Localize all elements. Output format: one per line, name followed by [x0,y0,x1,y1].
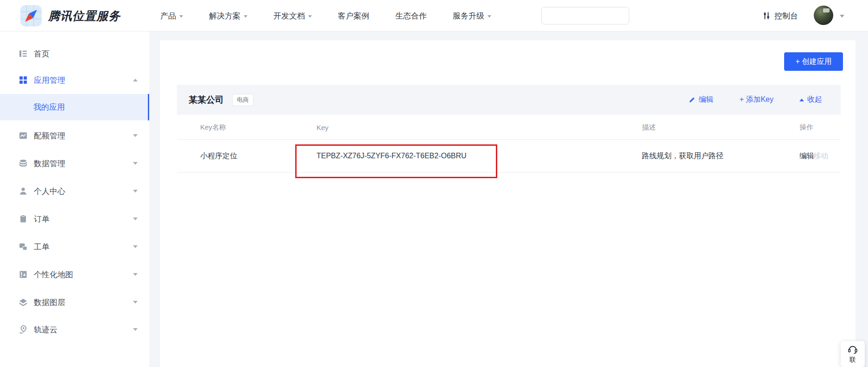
top-header: 腾讯位置服务 产品 解决方案 开发文档 客户案例 生态合作 服务升级 控 [0,0,868,31]
sidebar-item-label: 工单 [34,242,50,252]
home-list-icon [19,49,28,58]
clipboard-icon [19,214,28,224]
chat-icon [19,242,28,251]
row-edit-link[interactable]: 编辑 [799,151,814,161]
brand-name: 腾讯位置服务 [48,8,120,24]
key-name-cell: 小程序定位 [200,151,237,161]
database-icon [19,159,28,168]
sidebar-item-label: 数据图层 [34,297,65,308]
track-pin-icon [19,325,28,334]
sidebar-item-label: 配额管理 [34,131,65,141]
chevron-down-icon[interactable] [133,218,138,220]
search-input[interactable] [547,8,631,24]
chevron-down-icon[interactable] [133,328,138,331]
nav-products[interactable]: 产品 [160,11,183,21]
col-header-key-name: Key名称 [200,123,226,131]
app-tag-badge: 电商 [232,94,253,106]
sidebar-subitem-label: 我的应用 [33,102,65,112]
service-label: 联 [849,356,856,364]
grid-icon [19,75,28,85]
app-card-header: 某某公司 电商 编辑 + 添加Key 收起 [177,85,841,115]
sidebar-item-label: 首页 [34,49,50,59]
table-row: 小程序定位 TEPBZ-XZ76J-5ZYF6-FX762-T6EB2-O6BR… [177,140,841,173]
sidebar: 首页 应用管理 我的应用 配额管理 [0,31,149,367]
custom-map-icon [19,270,28,279]
sidebar-item-quota[interactable]: 配额管理 [0,124,149,147]
collapse-link[interactable]: 收起 [799,95,822,105]
account-chevron-down-icon[interactable] [840,15,844,18]
chevron-down-icon[interactable] [133,190,138,193]
chevron-down-icon[interactable] [133,301,138,304]
key-value-cell: TEPBZ-XZ76J-5ZYF6-FX762-T6EB2-O6BRU [317,152,467,160]
chevron-up-icon [799,99,804,101]
chevron-down-icon [244,15,247,18]
page: 腾讯位置服务 产品 解决方案 开发文档 客户案例 生态合作 服务升级 控 [0,0,868,367]
app-actions: 编辑 + 添加Key 收起 [689,85,822,115]
pencil-icon [689,96,696,103]
create-app-button[interactable]: + 创建应用 [784,52,843,71]
sidebar-item-custom-map[interactable]: 个性化地图 [0,263,149,286]
quota-chart-icon [19,131,28,140]
company-name: 某某公司 [189,94,224,106]
nav-upgrade[interactable]: 服务升级 [453,11,491,21]
nav-ecosystem[interactable]: 生态合作 [395,11,427,21]
sidebar-item-label: 数据管理 [34,158,65,169]
sidebar-item-label: 应用管理 [34,75,65,86]
sidebar-item-label: 个性化地图 [34,269,73,280]
chevron-down-icon [308,15,312,18]
col-header-key: Key [317,123,329,131]
sidebar-item-home[interactable]: 首页 [0,42,149,65]
col-header-actions: 操作 [799,123,813,131]
customer-service-widget[interactable]: 联 [841,341,865,367]
layers-icon [19,298,28,307]
console-label: 控制台 [774,11,798,21]
user-icon [19,187,28,196]
sidebar-item-label: 订单 [34,214,50,224]
sidebar-item-label: 轨迹云 [34,324,57,335]
app-section: 某某公司 电商 编辑 + 添加Key 收起 [177,85,841,173]
nav-solutions[interactable]: 解决方案 [209,11,247,21]
sidebar-item-track-cloud[interactable]: 轨迹云 [0,318,149,341]
content-card: 我的应用 + 创建应用 某某公司 电商 编辑 + 添加Key [160,40,855,367]
sidebar-item-data-management[interactable]: 数据管理 [0,152,149,175]
sidebar-item-app-management[interactable]: 应用管理 [0,68,149,92]
edit-app-link[interactable]: 编辑 [689,95,714,105]
nav-docs[interactable]: 开发文档 [273,11,312,21]
chevron-down-icon [179,15,183,18]
chevron-down-icon[interactable] [133,273,138,276]
console-link[interactable]: 控制台 [762,0,798,31]
table-header-row: Key名称 Key 描述 操作 [177,115,841,140]
headset-icon [847,344,858,355]
top-navigation: 产品 解决方案 开发文档 客户案例 生态合作 服务升级 [160,0,491,31]
chevron-down-icon[interactable] [133,245,138,248]
nav-cases[interactable]: 客户案例 [338,11,369,21]
search-box [541,7,629,25]
sliders-icon [762,11,771,20]
row-move-link: 移动 [813,151,828,161]
compass-logo-icon [20,5,42,26]
chevron-down-icon [488,15,491,18]
chevron-down-icon[interactable] [133,162,138,165]
chevron-up-icon[interactable] [133,79,138,81]
add-key-link[interactable]: + 添加Key [740,95,773,105]
sidebar-item-data-layers[interactable]: 数据图层 [0,291,149,314]
chevron-down-icon[interactable] [133,134,138,137]
sidebar-item-tickets[interactable]: 工单 [0,235,149,258]
avatar[interactable] [814,6,833,25]
sidebar-item-my-apps[interactable]: 我的应用 [0,94,149,120]
col-header-desc: 描述 [642,123,656,131]
sidebar-item-personal-center[interactable]: 个人中心 [0,180,149,203]
sidebar-item-label: 个人中心 [34,186,65,197]
sidebar-item-orders[interactable]: 订单 [0,207,149,230]
brand-logo[interactable]: 腾讯位置服务 [20,5,120,26]
key-desc-cell: 路线规划，获取用户路径 [642,151,723,161]
